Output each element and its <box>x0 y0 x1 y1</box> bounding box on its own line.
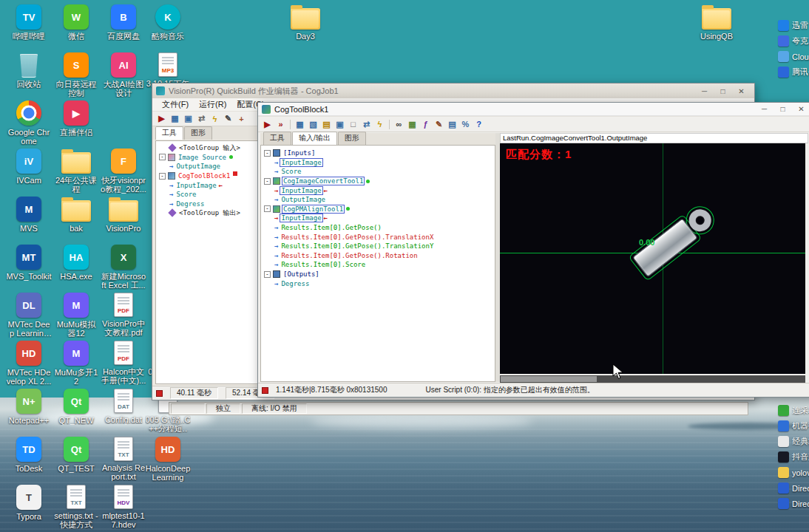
desktop-icon[interactable]: TDToDesk <box>6 437 52 473</box>
run-icon[interactable]: ▶ <box>155 112 168 125</box>
shortcut-item[interactable]: 夸克网盘 <box>778 33 809 49</box>
tree-node[interactable]: →InputImage← <box>261 185 495 195</box>
desktop-icon[interactable]: QtQT_NEW <box>53 389 99 425</box>
tree-expander[interactable]: - <box>264 271 271 278</box>
scrollbar-thumb[interactable] <box>501 376 597 382</box>
eyeglasses-icon[interactable]: ∞ <box>393 118 405 131</box>
desktop-icon[interactable]: HAHSA.exe <box>53 245 99 281</box>
desktop-icon[interactable]: MMuMu模拟器12 <box>53 293 99 338</box>
tree-node[interactable]: →Degress <box>261 279 495 288</box>
desktop-icon[interactable]: AI大战AI绘图设计 <box>101 52 146 98</box>
tree-expander[interactable]: - <box>264 150 271 157</box>
desktop-icon[interactable]: VisionPro <box>101 197 146 233</box>
image-hscrollbar[interactable] <box>500 375 805 383</box>
desktop-icon[interactable]: TV哔哩哔哩 <box>6 4 52 41</box>
shortcut-item[interactable]: 迅雷 <box>778 18 809 33</box>
run-continuous-icon[interactable]: » <box>274 118 287 131</box>
shortcut-item[interactable]: yolov... <box>778 465 809 480</box>
desktop-icon[interactable]: iVIVCam <box>6 149 52 185</box>
tree-node[interactable]: →Results.Item[0].GetPose() <box>261 223 495 233</box>
desktop-icon[interactable]: UsingQB <box>694 4 739 41</box>
desktop-icon[interactable]: PDFHalcon中文手册(中文)... <box>101 341 146 385</box>
wrench-icon[interactable]: + <box>235 112 248 125</box>
profiler-icon[interactable]: % <box>459 118 472 131</box>
desktop-icon[interactable]: TXTAnalysis Report.txt <box>101 437 146 481</box>
toolblock-titlebar[interactable]: CogToolBlock1 ─□✕ <box>258 103 809 116</box>
tree-expander[interactable]: - <box>159 173 166 180</box>
desktop-icon[interactable]: 回收站 <box>6 52 52 89</box>
help-icon[interactable]: ? <box>473 118 485 131</box>
tree-node[interactable]: →InputImage <box>261 158 495 168</box>
desktop-icon[interactable]: B百度网盘 <box>101 4 146 41</box>
tree-node[interactable]: →OutputImage <box>261 195 495 205</box>
script-icon[interactable]: ƒ <box>419 118 432 131</box>
close-button[interactable]: ✕ <box>732 86 751 97</box>
menu-item[interactable]: 文件(F) <box>157 99 194 110</box>
paste-link-icon[interactable]: ⇄ <box>360 118 373 131</box>
tab-graphics[interactable]: 图形 <box>184 126 212 140</box>
minimize-button[interactable]: ─ <box>695 86 714 97</box>
tree-node[interactable]: →Results.Item[0].GetPose().TranslationY <box>261 242 495 251</box>
desktop-icon[interactable]: MMuMu多开12 <box>53 341 99 386</box>
desktop-icon[interactable]: DLMVTec Deep Learning T... <box>6 293 52 338</box>
tab-graphics[interactable]: 图形 <box>338 132 366 145</box>
image-view-icon[interactable]: ▦ <box>169 112 181 125</box>
tree-node[interactable]: -CogPMAlignTool1 <box>261 205 495 214</box>
copy-icon[interactable]: □ <box>347 118 359 131</box>
desktop-icon[interactable]: HDMVTec HDevelop XL 2... <box>6 341 52 386</box>
maximize-button[interactable]: □ <box>714 86 732 97</box>
image-display[interactable]: 匹配分数：1 0.00 <box>500 143 805 374</box>
desktop-icon[interactable]: TXTsettings.txt - 快捷方式 <box>53 485 99 529</box>
tab-inputs-outputs[interactable]: 输入/输出 <box>292 132 337 145</box>
tree-node[interactable]: -[Inputs] <box>261 149 495 158</box>
tree-expander[interactable]: - <box>264 178 271 185</box>
desktop-icon[interactable]: QtQT_TEST <box>53 437 99 473</box>
desktop-icon[interactable]: S向日葵远程控制 <box>53 52 99 98</box>
desktop-icon[interactable]: K酷狗音乐 <box>145 4 191 41</box>
shortcut-item[interactable]: 机器视... <box>778 418 809 434</box>
tree-node[interactable]: →InputImage← <box>261 214 495 223</box>
image-view-icon[interactable]: ▦ <box>294 118 306 131</box>
maximize-button[interactable]: □ <box>774 103 792 115</box>
export-icon[interactable]: ⇄ <box>195 112 208 125</box>
desktop-icon[interactable]: HDHalconDeep Learning <box>145 437 191 482</box>
tree-node[interactable]: →Results.Item[0].GetPose().Rotation <box>261 251 495 261</box>
desktop-icon[interactable]: PDFVisionPro中文教程.pdf <box>101 293 146 337</box>
zap-icon[interactable]: ϟ <box>209 112 221 125</box>
tree-node[interactable]: →Results.Item[0].GetPose().TranslationX <box>261 232 495 242</box>
save-icon[interactable]: ▣ <box>334 118 346 131</box>
desktop-icon[interactable]: MMVS <box>6 197 52 233</box>
desktop-icon[interactable]: DATConfig.dat <box>101 389 146 424</box>
desktop-icon[interactable]: W微信 <box>53 4 99 41</box>
shortcut-item[interactable]: 抖音直... <box>778 449 809 465</box>
image-edit-icon[interactable]: ▧ <box>307 118 319 131</box>
quickbuild-titlebar[interactable]: VisionPro(R) QuickBuild 作业编辑器 - CogJob1 … <box>152 83 754 98</box>
tree-expander[interactable]: - <box>264 205 271 212</box>
zap-icon[interactable]: ϟ <box>373 118 386 131</box>
close-button[interactable]: ✕ <box>792 103 809 115</box>
desktop-icon[interactable]: Google Chrome <box>6 100 52 146</box>
tab-tools[interactable]: 工具 <box>155 126 183 140</box>
desktop-icon[interactable]: bak <box>53 197 99 233</box>
minimize-button[interactable]: ─ <box>755 103 774 115</box>
shortcut-item[interactable]: 经典算... <box>778 434 809 449</box>
results-table-icon[interactable]: ▤ <box>446 118 458 131</box>
menu-item[interactable]: 运行(R) <box>194 99 231 110</box>
desktop-icon[interactable]: N+Notepad++ <box>6 389 52 425</box>
tools-icon[interactable]: ✎ <box>433 118 445 131</box>
save-icon[interactable]: ▣ <box>182 112 194 125</box>
tree-node[interactable]: →Results.Item[0].Score <box>261 260 495 270</box>
desktop-icon[interactable]: HDVmlptest10-17.hdev <box>101 485 146 529</box>
desktop-icon[interactable]: TTypora <box>6 485 52 521</box>
shortcut-item[interactable]: CloudC... <box>778 49 809 64</box>
tree-node[interactable]: -[Outputs] <box>261 270 495 279</box>
shortcut-item[interactable]: 腾讯会议 <box>778 64 809 80</box>
run-icon[interactable]: ▶ <box>261 118 274 131</box>
tree-node[interactable]: →Score <box>261 167 495 177</box>
desktop-icon[interactable]: F快牙visionpro教程_202... <box>101 149 146 194</box>
pen-icon[interactable]: ✎ <box>222 112 234 125</box>
desktop-icon[interactable]: X新建Microsoft Excel 工... <box>101 245 146 290</box>
shortcut-item[interactable]: 连采2... <box>778 403 809 418</box>
data-grid-icon[interactable]: ▦ <box>406 118 419 131</box>
shortcut-item[interactable]: Direct... <box>778 480 809 496</box>
